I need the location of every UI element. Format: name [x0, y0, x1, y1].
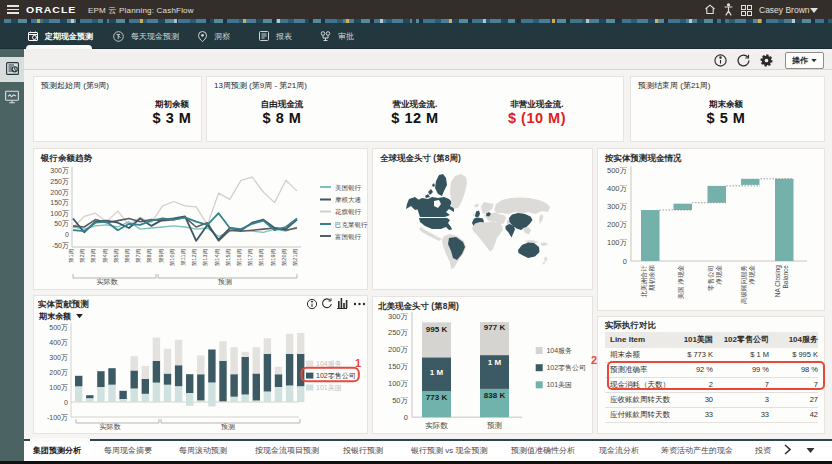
svg-text:1 M: 1 M — [488, 358, 502, 367]
svg-text:995 K: 995 K — [426, 325, 448, 334]
svg-text:第6周: 第6周 — [124, 249, 130, 263]
svg-text:300万: 300万 — [49, 354, 68, 361]
svg-text:实际数: 实际数 — [97, 278, 119, 286]
svg-text:美国 净现金: 美国 净现金 — [677, 265, 685, 300]
svg-text:-100万: -100万 — [47, 414, 68, 421]
svg-text:预测: 预测 — [218, 278, 232, 286]
svg-text:150万: 150万 — [388, 362, 409, 371]
svg-text:100万: 100万 — [50, 210, 69, 217]
svg-text:富国银行: 富国银行 — [335, 233, 362, 240]
svg-text:第17周: 第17周 — [247, 249, 253, 266]
svg-text:1: 1 — [355, 357, 361, 369]
svg-text:200万: 200万 — [607, 220, 628, 229]
svg-text:104服务: 104服务 — [546, 347, 572, 354]
svg-text:北美洲合计: 北美洲合计 — [640, 265, 648, 298]
svg-text:NA Closing: NA Closing — [774, 265, 782, 298]
svg-text:50万: 50万 — [54, 220, 69, 227]
svg-text:101美国: 101美国 — [316, 384, 342, 392]
svg-text:838 K: 838 K — [484, 391, 506, 400]
svg-text:实际数: 实际数 — [425, 421, 448, 430]
svg-text:Balance: Balance — [782, 265, 789, 289]
svg-text:第7周: 第7周 — [135, 249, 141, 263]
svg-text:预测: 预测 — [221, 423, 235, 431]
svg-text:实际数: 实际数 — [100, 423, 122, 431]
svg-text:400万: 400万 — [607, 184, 628, 193]
svg-text:100万: 100万 — [49, 384, 68, 391]
svg-text:150万: 150万 — [50, 199, 69, 206]
svg-text:0: 0 — [404, 413, 408, 422]
svg-text:第14周: 第14周 — [214, 249, 220, 266]
svg-text:预测: 预测 — [487, 421, 502, 430]
svg-text:977 K: 977 K — [484, 323, 506, 332]
svg-text:100万: 100万 — [607, 238, 628, 247]
svg-text:200万: 200万 — [49, 369, 68, 376]
svg-text:高级顾问服务: 高级顾问服务 — [740, 265, 748, 305]
svg-text:101美国: 101美国 — [546, 381, 572, 389]
svg-text:巴克莱银行: 巴克莱银行 — [335, 221, 368, 229]
svg-text:期初余额: 期初余额 — [648, 265, 656, 292]
svg-text:50万: 50万 — [392, 396, 408, 405]
svg-text:第19周: 第19周 — [270, 249, 276, 266]
svg-text:200万: 200万 — [388, 345, 409, 354]
svg-text:第11周: 第11周 — [180, 249, 186, 266]
svg-text:500万: 500万 — [49, 324, 68, 331]
svg-text:第3周: 第3周 — [90, 249, 96, 263]
svg-text:第9周: 第9周 — [158, 249, 164, 263]
svg-text:第2周: 第2周 — [79, 249, 85, 263]
svg-text:250万: 250万 — [388, 328, 409, 337]
svg-text:102零售公司: 102零售公司 — [546, 364, 586, 372]
svg-text:净现金: 净现金 — [748, 265, 756, 285]
svg-text:第21周: 第21周 — [292, 249, 298, 266]
svg-text:-50万: -50万 — [52, 242, 69, 249]
svg-text:净现金: 净现金 — [715, 265, 723, 285]
svg-text:第5周: 第5周 — [113, 249, 119, 263]
svg-text:0: 0 — [64, 399, 68, 406]
svg-text:102零售公司: 102零售公司 — [316, 372, 356, 380]
svg-text:花旗银行: 花旗银行 — [334, 208, 362, 216]
svg-text:美国银行: 美国银行 — [335, 184, 362, 191]
svg-text:0: 0 — [65, 231, 69, 238]
svg-text:300万: 300万 — [388, 312, 409, 321]
svg-text:零售公司: 零售公司 — [707, 265, 715, 291]
svg-text:300万: 300万 — [607, 202, 628, 211]
svg-text:200万: 200万 — [50, 189, 69, 196]
svg-text:第10周: 第10周 — [169, 249, 175, 266]
svg-text:第20周: 第20周 — [281, 249, 287, 266]
svg-text:300万: 300万 — [50, 167, 69, 174]
svg-text:第4周: 第4周 — [102, 249, 108, 263]
svg-text:500万: 500万 — [607, 166, 628, 175]
svg-text:250万: 250万 — [50, 178, 69, 185]
svg-text:第12周: 第12周 — [191, 249, 197, 266]
svg-text:104服务: 104服务 — [316, 360, 342, 367]
svg-text:第18周: 第18周 — [258, 249, 264, 266]
svg-text:400万: 400万 — [49, 339, 68, 346]
svg-text:0: 0 — [623, 257, 627, 266]
svg-text:第15周: 第15周 — [225, 249, 231, 266]
svg-text:第8周: 第8周 — [146, 249, 152, 263]
svg-text:773 K: 773 K — [426, 393, 448, 402]
svg-text:1 M: 1 M — [430, 368, 444, 377]
svg-text:摩根大通: 摩根大通 — [335, 196, 362, 203]
svg-text:第1周: 第1周 — [68, 249, 74, 263]
svg-text:第13周: 第13周 — [202, 249, 208, 266]
svg-text:第16周: 第16周 — [236, 249, 242, 266]
svg-text:100万: 100万 — [388, 379, 409, 388]
